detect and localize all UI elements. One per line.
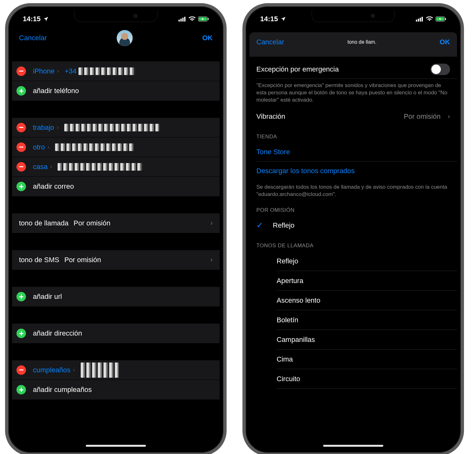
emergency-bypass-row[interactable]: Excepción por emergencia bbox=[249, 60, 457, 79]
contact-avatar[interactable] bbox=[116, 30, 133, 46]
email-row-casa[interactable]: casa › xxxxxxxxxxxxxxxx bbox=[12, 157, 220, 177]
email-type-selector[interactable]: casa bbox=[33, 163, 47, 171]
home-indicator[interactable] bbox=[86, 445, 146, 447]
emergency-label: Excepción por emergencia bbox=[256, 65, 339, 73]
svg-rect-13 bbox=[445, 18, 446, 20]
ringtone-option-label: Campanillas bbox=[277, 336, 315, 344]
tone-store-label: Tone Store bbox=[256, 148, 290, 156]
add-url-row[interactable]: añadir url bbox=[12, 287, 220, 306]
checkmark-icon: ✓ bbox=[256, 220, 273, 230]
add-address-row[interactable]: añadir dirección bbox=[12, 324, 220, 343]
ringtone-option[interactable]: Reflejo bbox=[249, 251, 457, 271]
address-group: añadir dirección bbox=[12, 324, 220, 343]
default-header: POR OMISIÓN bbox=[249, 199, 457, 216]
delete-icon[interactable] bbox=[16, 123, 26, 132]
add-url-label: añadir url bbox=[33, 293, 62, 301]
delete-icon[interactable] bbox=[16, 66, 26, 76]
svg-rect-9 bbox=[420, 18, 421, 22]
url-group: añadir url bbox=[12, 287, 220, 306]
ringtone-option-label: Apertura bbox=[277, 277, 303, 285]
email-value[interactable]: xxxxxxxxxxxxxxxx bbox=[58, 163, 143, 171]
email-value[interactable]: xxxxxxxxxxxxxx bbox=[55, 143, 134, 151]
phone-group: iPhone › +34 XXXXXXXXXX añadir teléfono bbox=[12, 61, 220, 101]
add-email-row[interactable]: añadir correo bbox=[12, 177, 220, 196]
ringtone-option[interactable]: Campanillas bbox=[249, 330, 457, 350]
svg-rect-3 bbox=[184, 17, 185, 22]
battery-charging-icon bbox=[435, 16, 446, 22]
ringtone-option[interactable]: Ascenso lento bbox=[249, 291, 457, 310]
ringtone-option[interactable]: Circuito bbox=[249, 369, 457, 389]
birthday-value[interactable]: xx xxx xxxx bbox=[81, 363, 119, 378]
add-birthday-row[interactable]: añadir cumpleaños bbox=[12, 380, 220, 400]
ringtones-header: TONOS DE LLAMADA bbox=[249, 235, 457, 251]
svg-rect-7 bbox=[416, 20, 417, 22]
sheet-navbar: Cancelar tono de llam. OK bbox=[249, 32, 457, 51]
sms-value: Por omisión bbox=[64, 256, 101, 264]
delete-icon[interactable] bbox=[16, 142, 26, 152]
add-phone-row[interactable]: añadir teléfono bbox=[12, 81, 220, 101]
ok-button[interactable]: OK bbox=[440, 38, 450, 46]
edit-contact-navbar: Cancelar OK bbox=[12, 28, 220, 50]
add-email-label: añadir correo bbox=[33, 182, 74, 191]
location-icon bbox=[280, 16, 286, 22]
contact-form[interactable]: iPhone › +34 XXXXXXXXXX añadir teléfono … bbox=[12, 52, 220, 449]
default-tone-label: Reflejo bbox=[273, 221, 294, 230]
email-row-trabajo[interactable]: trabajo › xxxxxxxxxxxxxxxxxx bbox=[12, 118, 220, 137]
cancel-button[interactable]: Cancelar bbox=[256, 38, 284, 46]
ringtone-sheet[interactable]: Cancelar tono de llam. OK Excepción por … bbox=[249, 28, 457, 449]
location-icon bbox=[43, 16, 49, 22]
phone-row[interactable]: iPhone › +34 XXXXXXXXXX bbox=[12, 61, 220, 81]
cellular-icon bbox=[416, 16, 423, 22]
download-purchased-row[interactable]: Descargar los tonos comprados bbox=[249, 161, 457, 180]
chevron-right-icon: › bbox=[210, 256, 213, 264]
default-tone-row[interactable]: ✓ Reflejo bbox=[249, 216, 457, 235]
birthday-type-label: cumpleaños bbox=[33, 366, 71, 374]
add-icon[interactable] bbox=[16, 292, 26, 301]
chevron-right-icon: › bbox=[57, 124, 59, 131]
delete-icon[interactable] bbox=[16, 365, 26, 375]
email-type-selector[interactable]: otro bbox=[33, 143, 45, 151]
email-row-otro[interactable]: otro › xxxxxxxxxxxxxx bbox=[12, 137, 220, 157]
vibration-row[interactable]: Vibración Por omisión › bbox=[249, 107, 457, 126]
email-type-selector[interactable]: trabajo bbox=[33, 123, 54, 132]
add-icon[interactable] bbox=[16, 385, 26, 394]
ringtone-group: tono de llamada Por omisión › bbox=[12, 213, 220, 233]
svg-rect-0 bbox=[178, 20, 180, 22]
device-left: 14:15 Cancelar OK bbox=[5, 3, 227, 454]
ringtone-option-label: Cima bbox=[277, 355, 293, 363]
email-type-label: casa bbox=[33, 163, 47, 171]
birthday-group: cumpleaños › xx xxx xxxx añadir cumpleañ… bbox=[12, 360, 220, 400]
delete-icon[interactable] bbox=[16, 162, 26, 172]
birthday-type-selector[interactable]: cumpleaños bbox=[33, 366, 71, 374]
sms-tone-row[interactable]: tono de SMS Por omisión › bbox=[12, 250, 220, 270]
emergency-footer: "Excepción por emergencia" permite sonid… bbox=[249, 79, 457, 105]
add-icon[interactable] bbox=[16, 329, 26, 338]
birthday-row[interactable]: cumpleaños › xx xxx xxxx bbox=[12, 360, 220, 380]
notch bbox=[74, 10, 158, 22]
ringtone-option[interactable]: Apertura bbox=[249, 271, 457, 291]
ringtone-value: Por omisión bbox=[74, 219, 110, 227]
ringtone-option[interactable]: Cima bbox=[249, 350, 457, 369]
tone-store-row[interactable]: Tone Store bbox=[249, 142, 457, 161]
ok-button[interactable]: OK bbox=[202, 34, 213, 42]
chevron-right-icon: › bbox=[50, 163, 52, 170]
email-value[interactable]: xxxxxxxxxxxxxxxxxx bbox=[64, 124, 159, 131]
ringtone-option[interactable]: Boletín bbox=[249, 310, 457, 330]
add-birthday-label: añadir cumpleaños bbox=[33, 386, 92, 394]
phone-number-value[interactable]: +34 XXXXXXXXXX bbox=[65, 67, 135, 75]
email-type-label: trabajo bbox=[33, 123, 54, 132]
home-indicator[interactable] bbox=[323, 445, 383, 447]
ringtone-option-label: Boletín bbox=[277, 316, 298, 324]
chevron-right-icon: › bbox=[47, 144, 49, 150]
store-header: TIENDA bbox=[249, 126, 457, 142]
download-footer: Se descargarán todos los tonos de llamad… bbox=[249, 180, 457, 199]
add-icon[interactable] bbox=[16, 182, 26, 191]
emergency-toggle[interactable] bbox=[430, 64, 450, 75]
status-time: 14:15 bbox=[23, 15, 41, 23]
ringtone-label: tono de llamada bbox=[19, 219, 69, 227]
phone-type-selector[interactable]: iPhone bbox=[33, 67, 55, 75]
cancel-button[interactable]: Cancelar bbox=[19, 34, 47, 42]
ringtone-row[interactable]: tono de llamada Por omisión › bbox=[12, 213, 220, 233]
add-icon[interactable] bbox=[16, 86, 26, 96]
status-time: 14:15 bbox=[260, 15, 278, 23]
